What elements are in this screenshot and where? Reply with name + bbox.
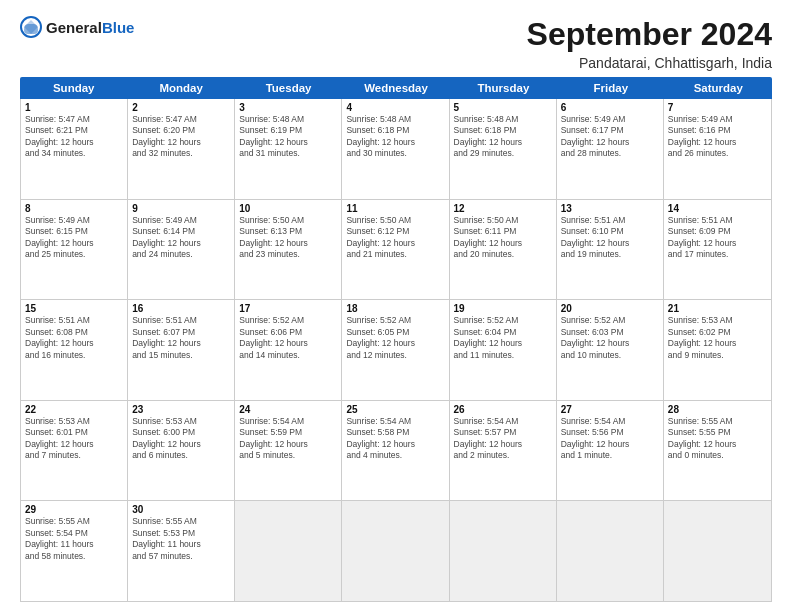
day-number: 17 bbox=[239, 303, 337, 314]
day-number: 13 bbox=[561, 203, 659, 214]
day-header-sunday: Sunday bbox=[20, 77, 127, 99]
calendar-cell-30: 30Sunrise: 5:55 AM Sunset: 5:53 PM Dayli… bbox=[128, 501, 235, 601]
day-number: 23 bbox=[132, 404, 230, 415]
day-info: Sunrise: 5:52 AM Sunset: 6:04 PM Dayligh… bbox=[454, 315, 552, 361]
day-number: 28 bbox=[668, 404, 767, 415]
day-info: Sunrise: 5:52 AM Sunset: 6:06 PM Dayligh… bbox=[239, 315, 337, 361]
day-info: Sunrise: 5:51 AM Sunset: 6:10 PM Dayligh… bbox=[561, 215, 659, 261]
calendar-cell-empty-2 bbox=[235, 501, 342, 601]
day-number: 25 bbox=[346, 404, 444, 415]
day-number: 2 bbox=[132, 102, 230, 113]
title-block: September 2024 Pandatarai, Chhattisgarh,… bbox=[527, 16, 772, 71]
calendar-cell-9: 9Sunrise: 5:49 AM Sunset: 6:14 PM Daylig… bbox=[128, 200, 235, 300]
day-info: Sunrise: 5:50 AM Sunset: 6:11 PM Dayligh… bbox=[454, 215, 552, 261]
calendar-row-4: 22Sunrise: 5:53 AM Sunset: 6:01 PM Dayli… bbox=[21, 401, 771, 502]
calendar-cell-2: 2Sunrise: 5:47 AM Sunset: 6:20 PM Daylig… bbox=[128, 99, 235, 199]
day-header-thursday: Thursday bbox=[450, 77, 557, 99]
day-number: 21 bbox=[668, 303, 767, 314]
calendar-row-5: 29Sunrise: 5:55 AM Sunset: 5:54 PM Dayli… bbox=[21, 501, 771, 601]
day-info: Sunrise: 5:54 AM Sunset: 5:59 PM Dayligh… bbox=[239, 416, 337, 462]
calendar: SundayMondayTuesdayWednesdayThursdayFrid… bbox=[20, 77, 772, 602]
day-header-friday: Friday bbox=[557, 77, 664, 99]
calendar-cell-15: 15Sunrise: 5:51 AM Sunset: 6:08 PM Dayli… bbox=[21, 300, 128, 400]
calendar-cell-3: 3Sunrise: 5:48 AM Sunset: 6:19 PM Daylig… bbox=[235, 99, 342, 199]
day-number: 22 bbox=[25, 404, 123, 415]
calendar-cell-6: 6Sunrise: 5:49 AM Sunset: 6:17 PM Daylig… bbox=[557, 99, 664, 199]
calendar-cell-22: 22Sunrise: 5:53 AM Sunset: 6:01 PM Dayli… bbox=[21, 401, 128, 501]
calendar-cell-14: 14Sunrise: 5:51 AM Sunset: 6:09 PM Dayli… bbox=[664, 200, 771, 300]
calendar-cell-24: 24Sunrise: 5:54 AM Sunset: 5:59 PM Dayli… bbox=[235, 401, 342, 501]
calendar-cell-25: 25Sunrise: 5:54 AM Sunset: 5:58 PM Dayli… bbox=[342, 401, 449, 501]
day-number: 15 bbox=[25, 303, 123, 314]
day-header-monday: Monday bbox=[127, 77, 234, 99]
calendar-cell-4: 4Sunrise: 5:48 AM Sunset: 6:18 PM Daylig… bbox=[342, 99, 449, 199]
subtitle: Pandatarai, Chhattisgarh, India bbox=[527, 55, 772, 71]
calendar-cell-27: 27Sunrise: 5:54 AM Sunset: 5:56 PM Dayli… bbox=[557, 401, 664, 501]
calendar-header: SundayMondayTuesdayWednesdayThursdayFrid… bbox=[20, 77, 772, 99]
calendar-cell-7: 7Sunrise: 5:49 AM Sunset: 6:16 PM Daylig… bbox=[664, 99, 771, 199]
day-header-tuesday: Tuesday bbox=[235, 77, 342, 99]
day-number: 7 bbox=[668, 102, 767, 113]
day-info: Sunrise: 5:49 AM Sunset: 6:15 PM Dayligh… bbox=[25, 215, 123, 261]
calendar-row-3: 15Sunrise: 5:51 AM Sunset: 6:08 PM Dayli… bbox=[21, 300, 771, 401]
calendar-cell-19: 19Sunrise: 5:52 AM Sunset: 6:04 PM Dayli… bbox=[450, 300, 557, 400]
calendar-cell-empty-4 bbox=[450, 501, 557, 601]
calendar-cell-5: 5Sunrise: 5:48 AM Sunset: 6:18 PM Daylig… bbox=[450, 99, 557, 199]
day-info: Sunrise: 5:49 AM Sunset: 6:14 PM Dayligh… bbox=[132, 215, 230, 261]
calendar-cell-13: 13Sunrise: 5:51 AM Sunset: 6:10 PM Dayli… bbox=[557, 200, 664, 300]
calendar-cell-21: 21Sunrise: 5:53 AM Sunset: 6:02 PM Dayli… bbox=[664, 300, 771, 400]
day-number: 11 bbox=[346, 203, 444, 214]
day-info: Sunrise: 5:51 AM Sunset: 6:08 PM Dayligh… bbox=[25, 315, 123, 361]
calendar-cell-11: 11Sunrise: 5:50 AM Sunset: 6:12 PM Dayli… bbox=[342, 200, 449, 300]
calendar-cell-16: 16Sunrise: 5:51 AM Sunset: 6:07 PM Dayli… bbox=[128, 300, 235, 400]
calendar-cell-18: 18Sunrise: 5:52 AM Sunset: 6:05 PM Dayli… bbox=[342, 300, 449, 400]
day-info: Sunrise: 5:50 AM Sunset: 6:13 PM Dayligh… bbox=[239, 215, 337, 261]
day-number: 18 bbox=[346, 303, 444, 314]
day-info: Sunrise: 5:51 AM Sunset: 6:07 PM Dayligh… bbox=[132, 315, 230, 361]
day-number: 8 bbox=[25, 203, 123, 214]
day-info: Sunrise: 5:53 AM Sunset: 6:01 PM Dayligh… bbox=[25, 416, 123, 462]
logo-general: General bbox=[46, 19, 102, 36]
day-number: 1 bbox=[25, 102, 123, 113]
day-number: 4 bbox=[346, 102, 444, 113]
day-info: Sunrise: 5:55 AM Sunset: 5:55 PM Dayligh… bbox=[668, 416, 767, 462]
logo-icon bbox=[20, 16, 42, 38]
day-number: 5 bbox=[454, 102, 552, 113]
calendar-cell-empty-5 bbox=[557, 501, 664, 601]
calendar-cell-28: 28Sunrise: 5:55 AM Sunset: 5:55 PM Dayli… bbox=[664, 401, 771, 501]
day-number: 16 bbox=[132, 303, 230, 314]
day-info: Sunrise: 5:53 AM Sunset: 6:00 PM Dayligh… bbox=[132, 416, 230, 462]
calendar-cell-empty-6 bbox=[664, 501, 771, 601]
header: GeneralBlue September 2024 Pandatarai, C… bbox=[20, 16, 772, 71]
calendar-cell-23: 23Sunrise: 5:53 AM Sunset: 6:00 PM Dayli… bbox=[128, 401, 235, 501]
calendar-cell-12: 12Sunrise: 5:50 AM Sunset: 6:11 PM Dayli… bbox=[450, 200, 557, 300]
day-number: 29 bbox=[25, 504, 123, 515]
day-number: 20 bbox=[561, 303, 659, 314]
day-info: Sunrise: 5:53 AM Sunset: 6:02 PM Dayligh… bbox=[668, 315, 767, 361]
day-info: Sunrise: 5:48 AM Sunset: 6:18 PM Dayligh… bbox=[454, 114, 552, 160]
calendar-row-1: 1Sunrise: 5:47 AM Sunset: 6:21 PM Daylig… bbox=[21, 99, 771, 200]
page: GeneralBlue September 2024 Pandatarai, C… bbox=[0, 0, 792, 612]
day-info: Sunrise: 5:49 AM Sunset: 6:17 PM Dayligh… bbox=[561, 114, 659, 160]
calendar-cell-empty-3 bbox=[342, 501, 449, 601]
day-info: Sunrise: 5:54 AM Sunset: 5:57 PM Dayligh… bbox=[454, 416, 552, 462]
calendar-cell-8: 8Sunrise: 5:49 AM Sunset: 6:15 PM Daylig… bbox=[21, 200, 128, 300]
day-number: 6 bbox=[561, 102, 659, 113]
calendar-cell-20: 20Sunrise: 5:52 AM Sunset: 6:03 PM Dayli… bbox=[557, 300, 664, 400]
day-info: Sunrise: 5:47 AM Sunset: 6:20 PM Dayligh… bbox=[132, 114, 230, 160]
day-info: Sunrise: 5:54 AM Sunset: 5:58 PM Dayligh… bbox=[346, 416, 444, 462]
day-number: 10 bbox=[239, 203, 337, 214]
day-info: Sunrise: 5:48 AM Sunset: 6:19 PM Dayligh… bbox=[239, 114, 337, 160]
day-number: 12 bbox=[454, 203, 552, 214]
day-number: 14 bbox=[668, 203, 767, 214]
day-number: 27 bbox=[561, 404, 659, 415]
main-title: September 2024 bbox=[527, 16, 772, 53]
logo: GeneralBlue bbox=[20, 16, 134, 38]
day-number: 24 bbox=[239, 404, 337, 415]
day-info: Sunrise: 5:52 AM Sunset: 6:03 PM Dayligh… bbox=[561, 315, 659, 361]
calendar-cell-17: 17Sunrise: 5:52 AM Sunset: 6:06 PM Dayli… bbox=[235, 300, 342, 400]
day-info: Sunrise: 5:49 AM Sunset: 6:16 PM Dayligh… bbox=[668, 114, 767, 160]
day-number: 3 bbox=[239, 102, 337, 113]
day-info: Sunrise: 5:48 AM Sunset: 6:18 PM Dayligh… bbox=[346, 114, 444, 160]
calendar-row-2: 8Sunrise: 5:49 AM Sunset: 6:15 PM Daylig… bbox=[21, 200, 771, 301]
